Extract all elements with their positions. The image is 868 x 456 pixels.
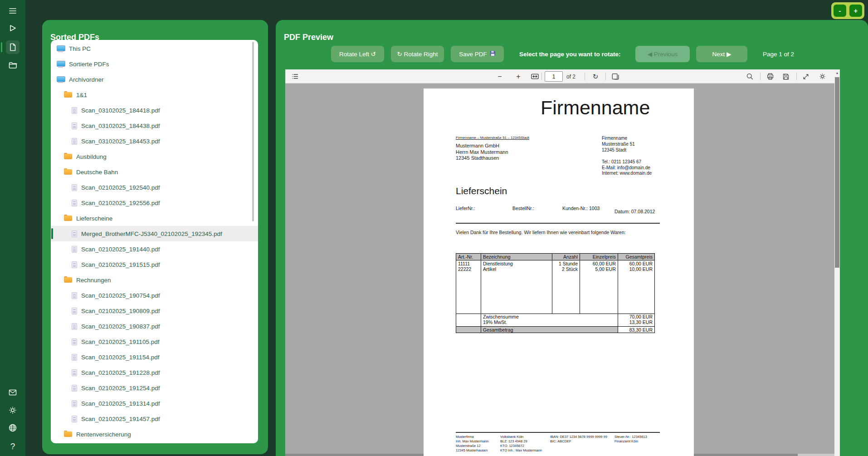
page-number-input[interactable]: [545, 71, 563, 82]
file-icon: [72, 338, 77, 345]
doc-items-table: Art.-Nr. Bezeichnung Anzahl Einzelpreis …: [456, 253, 655, 333]
tree-item-file[interactable]: Scan_02102025_191228.pdf: [51, 365, 258, 380]
file-tree: This PCSortierte PDFsArchivordner1&1Scan…: [51, 40, 258, 443]
doc-company-address: Firmenname Musterstraße 51 12345 Stadt: [602, 135, 635, 153]
tree-item-file[interactable]: Scan_02102025_191105.pdf: [51, 334, 258, 349]
tree-item-folder[interactable]: Ausbildung: [51, 149, 258, 164]
tree-item-folder[interactable]: Deutsche Bahn: [51, 164, 258, 180]
gear-icon[interactable]: [6, 403, 20, 417]
table-subtotal-row: Zwischensumme19% MwSt. 70,00 EUR13,30 EU…: [456, 314, 655, 327]
folder-icon: [64, 92, 72, 98]
tree-item-label: Scan_02102025_192556.pdf: [81, 200, 160, 206]
zoom-out-button[interactable]: -: [834, 5, 846, 17]
settings-gear-icon[interactable]: [817, 69, 828, 83]
computer-icon: [57, 61, 65, 68]
tree-item-folder[interactable]: 1&1: [51, 87, 258, 103]
table-header-row: Art.-Nr. Bezeichnung Anzahl Einzelpreis …: [456, 254, 655, 260]
page-count-label: of 2: [566, 69, 575, 83]
table-row: 1111122222 DienstleistungArtikel 1 Stund…: [456, 260, 655, 314]
tree-item-label: Deutsche Bahn: [76, 169, 118, 176]
tree-item-label: Rentenversicherung: [76, 431, 131, 438]
file-icon: [72, 369, 77, 376]
tree-item-label: Scan_03102025_184418.pdf: [81, 107, 160, 114]
tree-item-label: Scan_02102025_190837.pdf: [81, 323, 160, 330]
tree-item-file[interactable]: Scan_02102025_190837.pdf: [51, 319, 258, 334]
tree-item-file[interactable]: Scan_03102025_184453.pdf: [51, 133, 258, 149]
folder-icon[interactable]: [6, 59, 20, 72]
rotate-right-button[interactable]: ↻ Rotate Right: [391, 46, 444, 62]
tree-item-file[interactable]: Scan_02102025_191314.pdf: [51, 396, 258, 411]
pdf-document-page: Firmenname Firmenname – Musterstraße 51 …: [424, 88, 694, 456]
doc-company-contact: Tel.: 0211 12345 67 E-Mail: info@domain.…: [602, 159, 652, 177]
tree-item-root[interactable]: This PC: [51, 41, 258, 56]
tree-item-folder[interactable]: Lieferscheine: [51, 211, 258, 226]
viewer-scrollbar[interactable]: ▲: [834, 69, 840, 456]
toolbar-divider: [541, 73, 542, 80]
tree-item-label: Lieferscheine: [76, 215, 112, 222]
select-page-label: Select the page you want to rotate:: [519, 46, 621, 62]
file-icon: [72, 354, 77, 361]
zoom-in-button[interactable]: +: [849, 5, 862, 17]
pdf-viewer: − + of 2 ↻: [285, 69, 840, 456]
toolbar-divider: [760, 73, 761, 80]
tree-item-label: Scan_02102025_190754.pdf: [81, 292, 160, 299]
tree-item-file[interactable]: Scan_02102025_191457.pdf: [51, 411, 258, 427]
tree-scrollbar[interactable]: [252, 42, 254, 221]
folder-icon: [64, 153, 72, 160]
play-icon[interactable]: [6, 21, 20, 35]
viewer-scrollbar-thumb[interactable]: [835, 77, 839, 268]
tree-item-label: Ausbildung: [76, 153, 107, 160]
tree-item-file[interactable]: Scan_02102025_192556.pdf: [51, 195, 258, 211]
doc-footer: MusterfirmaInh. Max MustermannMusterstra…: [456, 435, 664, 455]
document-icon[interactable]: [6, 40, 20, 54]
zoom-in-icon[interactable]: +: [513, 69, 523, 83]
tree-item-label: Merged_BrotherMFC-J5340_02102025_192345.…: [81, 230, 222, 237]
tree-item-file[interactable]: Scan_03102025_184418.pdf: [51, 103, 258, 118]
tree-item-folder[interactable]: Rechnungen: [51, 272, 258, 288]
save-pdf-button[interactable]: Save PDF: [451, 46, 504, 62]
previous-page-button[interactable]: ◀ Previous: [635, 46, 690, 62]
rotate-page-icon[interactable]: ↻: [590, 69, 601, 83]
toolbar-divider: [605, 73, 606, 80]
tree-item-file[interactable]: Scan_02102025_190809.pdf: [51, 303, 258, 319]
doc-field-bestellnr: BestellNr.:: [512, 206, 534, 211]
zoom-out-icon[interactable]: −: [495, 69, 505, 83]
tree-item-file[interactable]: Scan_02102025_191515.pdf: [51, 257, 258, 272]
next-page-button[interactable]: Next ▶: [696, 46, 747, 62]
table-of-contents-icon[interactable]: [290, 69, 300, 83]
doc-field-liefernr: LieferNr.:: [456, 206, 475, 211]
fullscreen-icon[interactable]: [800, 69, 811, 83]
globe-icon[interactable]: [6, 421, 20, 435]
tree-item-file[interactable]: Scan_02102025_190754.pdf: [51, 288, 258, 303]
mail-icon[interactable]: [6, 386, 20, 399]
save-icon[interactable]: [780, 69, 791, 83]
doc-company-title: Firmenname: [541, 97, 650, 119]
tree-item-folder[interactable]: Rentenversicherung: [51, 427, 258, 442]
tree-item-file[interactable]: Merged_BrotherMFC-J5340_02102025_192345.…: [51, 226, 258, 241]
file-icon: [72, 230, 77, 237]
help-icon[interactable]: ?: [6, 440, 20, 453]
fit-to-width-icon[interactable]: [529, 69, 540, 83]
doc-sender-line: Firmenname – Musterstraße 51 – 12345Stad…: [456, 136, 529, 140]
floppy-icon: [490, 50, 496, 58]
page-view-icon[interactable]: [610, 69, 621, 83]
active-section-indicator: [1, 42, 2, 52]
tree-item-root[interactable]: Sortierte PDFs: [51, 56, 258, 72]
tree-item-file[interactable]: Scan_02102025_191440.pdf: [51, 241, 258, 257]
tree-item-file[interactable]: Scan_02102025_191254.pdf: [51, 380, 258, 396]
file-icon: [72, 138, 77, 145]
tree-item-label: Scan_02102025_191314.pdf: [81, 400, 160, 407]
search-icon[interactable]: [744, 69, 755, 83]
doc-divider: [456, 223, 660, 224]
print-icon[interactable]: [765, 69, 775, 83]
menu-icon[interactable]: [6, 4, 20, 18]
rotate-left-button[interactable]: Rotate Left ↺: [331, 46, 384, 62]
tree-item-file[interactable]: Scan_02102025_191154.pdf: [51, 349, 258, 365]
doc-footer-col: Volksbank KölnBLZ: 123 4948 29KTO: 12345…: [500, 435, 542, 453]
file-icon: [72, 323, 77, 330]
tree-item-root[interactable]: Archivordner: [51, 72, 258, 87]
tree-item-file[interactable]: Scan_02102025_192540.pdf: [51, 180, 258, 195]
doc-footer-divider: [456, 432, 660, 433]
scroll-up-icon[interactable]: ▲: [834, 71, 840, 74]
tree-item-file[interactable]: Scan_03102025_184438.pdf: [51, 118, 258, 133]
